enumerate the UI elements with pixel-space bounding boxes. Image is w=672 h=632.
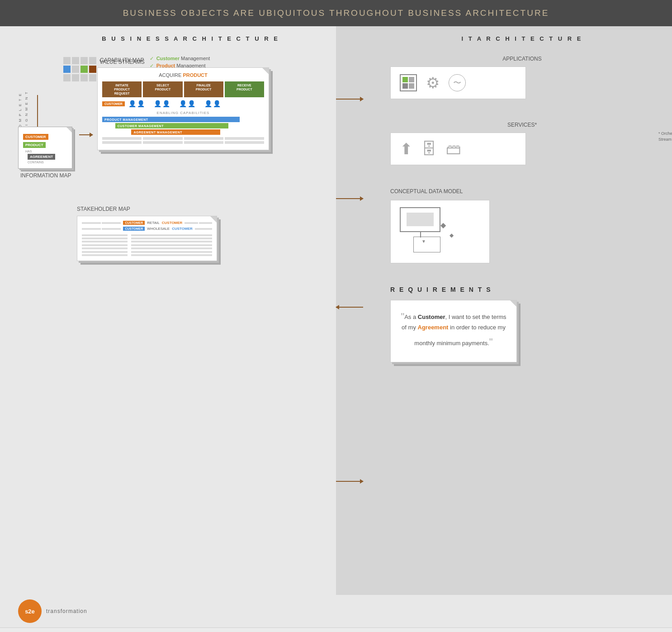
cdm-section: CONCEPTUAL DATA MODEL ▼ ◆ ◆ [390,188,654,263]
business-arch-title: B U S I N E S S A R C H I T E C T U R E [54,35,327,42]
applications-section: APPLICATIONS ⚙ 〜 [390,56,654,99]
arrow-sh-to-req [336,481,363,482]
stakeholder-map-card: CUSTOMER RETAIL CUSTOMER [77,216,217,261]
info-agreement: AGREEMENT [28,154,55,160]
value-streams-label: VALUE STREAMS [99,59,269,65]
app-icon-chart: 〜 [449,74,466,91]
ec-product-bar: PRODUCT MANAGEMENT [102,117,240,122]
app-icon-grid [400,74,417,91]
applications-label: APPLICATIONS [390,56,654,62]
it-arch-title: I T A R C H I T E C T U R E [390,35,654,42]
information-map-box: CUSTOMER PRODUCT HAS AGREEMENT CON [18,127,72,169]
ec-agreement-bar: AGREEMENT MANAGEMENT [131,129,220,135]
footer-legal: (cc) BY Concepts based on BIZBOK® Guide.… [0,627,672,632]
s2e-logo: s2e [18,599,42,623]
stakeholder-map-label: STAKEHOLDER MAP [77,206,327,212]
cdm-label: CONCEPTUAL DATA MODEL [390,188,654,195]
arrow-vs-to-services [336,198,363,199]
stakeholder-map-section: STAKEHOLDER MAP CUSTOMER RETAIL CUSTOMER [77,206,327,261]
services-section: SERVICES* ⬆ 🗄 🗃 * Orchestrated by Value … [390,122,654,165]
ec-customer-bar: CUSTOMER MANAGEMENT [115,123,229,128]
header: BUSINESS OBJECTS ARE UBIQUITOUS THROUGHO… [0,0,672,26]
value-streams-card: ACQUIRE PRODUCT INITIATEPRODUCTREQUEST S… [97,67,269,150]
requirements-card: "As a Customer, I want to set the terms … [390,300,517,362]
footer-brand: s2e transformation [0,595,672,627]
sh-badge-orange-1: CUSTOMER [123,221,145,225]
svc-icon-upload: ⬆ [400,140,412,158]
info-product: PRODUCT [23,142,46,148]
arrow-vs-to-apps [336,99,363,100]
svc-icon-stack: 🗃 [446,140,461,158]
arrow-cdm-to-info [336,307,363,308]
capability-grid [63,57,96,81]
requirements-section: R E Q U I R E M E N T S "As a Customer, … [390,286,654,362]
cdm-card: ▼ ◆ ◆ [390,200,490,263]
customer-badge-vs: CUSTOMER [102,101,125,106]
business-architecture-panel: B U S I N E S S A R C H I T E C T U R E [0,26,336,595]
sh-badge-blue-1: CUSTOMER [123,227,145,231]
requirements-title: R E Q U I R E M E N T S [390,286,654,293]
s2e-brand-text: transformation [46,608,87,614]
it-architecture-panel: I T A R C H I T E C T U R E APPLICATIONS… [336,26,672,595]
orch-note: * Orchestrated by Value Stream [658,131,672,142]
svc-icon-database: 🗄 [421,140,437,158]
information-map-label: INFORMATION MAP [20,172,77,179]
info-customer: CUSTOMER [23,134,48,140]
footer: s2e transformation (cc) BY Concepts base… [0,595,672,632]
services-label: SERVICES* [390,122,654,128]
header-title: BUSINESS OBJECTS ARE UBIQUITOUS THROUGHO… [123,8,549,18]
applications-card: ⚙ 〜 [390,67,526,99]
services-card: ⬆ 🗄 🗃 [390,133,526,165]
app-icon-gear: ⚙ [426,74,440,92]
receive-product-step: RECEIVEPRODUCT [225,81,264,97]
